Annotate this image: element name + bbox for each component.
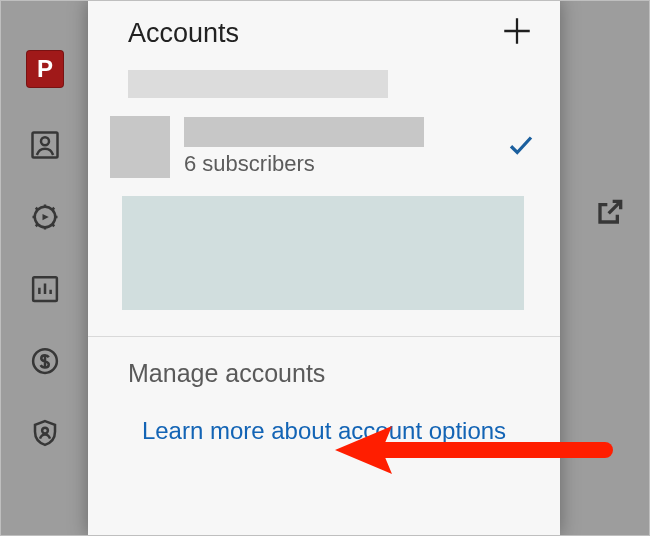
subscriber-count: 6 subscribers	[184, 151, 506, 177]
redacted-channel-name	[184, 117, 424, 147]
redacted-avatar	[110, 116, 170, 178]
svg-point-5	[42, 428, 48, 434]
analytics-icon[interactable]	[30, 274, 60, 304]
app-badge[interactable]: P	[26, 50, 64, 88]
panel-header: Accounts	[88, 0, 560, 66]
learn-more-label: Learn more about account options	[142, 417, 506, 444]
redacted-block	[122, 196, 524, 310]
redacted-account-name	[128, 70, 388, 98]
monetization-icon[interactable]	[30, 346, 60, 376]
panel-title: Accounts	[128, 18, 500, 49]
selected-check-icon	[506, 130, 536, 164]
gear-icon[interactable]	[30, 202, 60, 232]
manage-accounts-label: Manage accounts	[128, 359, 325, 388]
add-account-button[interactable]	[500, 14, 534, 52]
svg-point-1	[41, 137, 49, 145]
external-link-icon[interactable]	[594, 196, 626, 228]
shield-icon[interactable]	[30, 418, 60, 448]
manage-accounts-button[interactable]: Manage accounts	[88, 337, 560, 409]
person-icon[interactable]	[30, 130, 60, 160]
app-badge-letter: P	[37, 55, 53, 83]
left-sidebar: P	[0, 0, 90, 536]
learn-more-link[interactable]: Learn more about account options	[88, 409, 560, 445]
accounts-panel: Accounts 6 subscribers Manage accounts L…	[88, 0, 560, 536]
account-info: 6 subscribers	[184, 117, 506, 177]
account-row[interactable]: 6 subscribers	[88, 116, 560, 178]
